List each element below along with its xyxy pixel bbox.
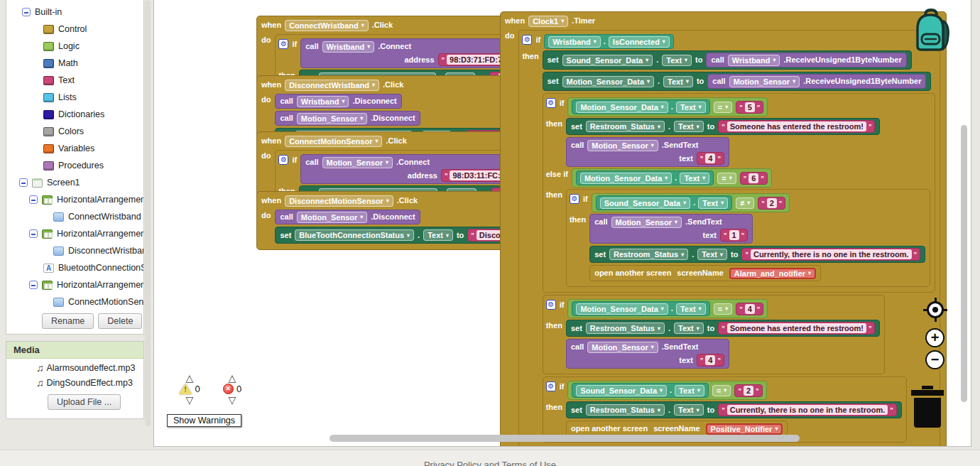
palette-item-lists[interactable]: Lists xyxy=(6,89,143,106)
component-dropdown[interactable]: Motion_Sensor xyxy=(587,342,658,353)
call-disconnect-block[interactable]: call Wristband .Disconnect xyxy=(275,94,401,109)
operator-dropdown[interactable]: = xyxy=(712,385,731,396)
screen-dropdown[interactable]: Alarm_and_notifier xyxy=(729,268,816,279)
text-string-block[interactable]: 4 xyxy=(697,354,724,367)
comparison-block[interactable]: Motion_Sensor_Data . Text = 5 xyxy=(567,97,768,116)
tree-item-disconnectwristband[interactable]: DisconnectWristband xyxy=(6,242,143,259)
property-getter-block[interactable]: Sound_Sensor_Data . Text xyxy=(572,383,709,398)
if-block[interactable]: if Motion_Sensor_Data . Text = 4 xyxy=(543,295,886,374)
mutator-gear-icon[interactable] xyxy=(278,155,288,165)
set-property-block[interactable]: set Restroom_Status . Text to Currently,… xyxy=(589,246,925,263)
center-blocks-icon[interactable] xyxy=(927,301,944,318)
property-dropdown[interactable]: Text xyxy=(674,121,704,132)
component-dropdown[interactable]: Sound_Sensor_Data xyxy=(600,197,691,209)
rename-button[interactable]: Rename xyxy=(42,313,94,329)
if-else-block[interactable]: if Motion_Sensor_Data . Text = 5 xyxy=(543,93,935,293)
collapse-up-icon[interactable]: △ xyxy=(229,374,236,382)
component-dropdown[interactable]: Motion_Sensor xyxy=(587,140,658,151)
collapse-icon[interactable] xyxy=(29,281,38,289)
property-dropdown[interactable]: Text xyxy=(423,229,453,241)
component-dropdown[interactable]: Clock1 xyxy=(528,16,568,27)
property-getter-block[interactable]: Sound_Sensor_Data . Text xyxy=(596,195,733,210)
collapse-icon[interactable] xyxy=(19,178,28,187)
collapse-icon[interactable] xyxy=(22,8,31,16)
upload-file-button[interactable]: Upload File ... xyxy=(48,394,121,410)
comparison-block[interactable]: Sound_Sensor_Data . Text ≠ 2 xyxy=(592,193,790,212)
text-string-block[interactable]: Someone has entered the restroom! xyxy=(718,322,875,335)
tree-item-bluetoothconnectionstatus[interactable]: BluetoothConnectionStatus xyxy=(6,259,143,276)
component-dropdown[interactable]: Motion_Sensor xyxy=(729,76,800,87)
property-getter-block[interactable]: Motion_Sensor_Data . Text xyxy=(572,301,709,316)
expand-down-icon[interactable]: ▽ xyxy=(229,396,236,404)
text-string-block[interactable]: Currently, there is no one in the restro… xyxy=(718,403,897,416)
component-dropdown[interactable]: Motion_Sensor_Data xyxy=(580,173,672,184)
collapse-up-icon[interactable]: △ xyxy=(186,374,194,382)
trash-icon[interactable] xyxy=(910,386,945,428)
palette-item-control[interactable]: Control xyxy=(6,21,143,38)
text-string-block[interactable]: 6 xyxy=(740,172,768,185)
comparison-block[interactable]: Sound_Sensor_Data . Text = 2 xyxy=(567,381,766,400)
call-disconnect-block[interactable]: call Motion_Sensor .Disconnect xyxy=(275,111,420,126)
builtin-root[interactable]: Built-in xyxy=(6,4,143,21)
palette-item-variables[interactable]: Variables xyxy=(6,140,143,157)
property-getter-block[interactable]: Motion_Sensor_Data . Text xyxy=(572,99,709,114)
tree-item-connectmotionsensor[interactable]: ConnectMotionSensor xyxy=(6,293,143,310)
expand-down-icon[interactable]: ▽ xyxy=(186,396,194,404)
mutator-gear-icon[interactable] xyxy=(546,300,556,310)
component-dropdown[interactable]: Wristband xyxy=(548,36,601,48)
open-screen-block[interactable]: open another screen screenName Alarm_and… xyxy=(589,265,821,281)
tree-item-horizontalarrangement3[interactable]: HorizontalArrangement3 xyxy=(6,276,143,293)
text-string-block[interactable]: 2 xyxy=(758,197,785,210)
property-dropdown[interactable]: Text xyxy=(676,303,706,315)
if-block[interactable]: if Sound_Sensor_Data . Text xyxy=(566,189,930,287)
delete-button[interactable]: Delete xyxy=(98,313,142,329)
component-dropdown[interactable]: Motion_Sensor xyxy=(611,217,682,228)
collapse-icon[interactable] xyxy=(29,195,38,204)
palette-item-logic[interactable]: Logic xyxy=(6,38,143,55)
operator-dropdown[interactable]: = xyxy=(714,102,732,113)
property-dropdown[interactable]: Text xyxy=(663,76,693,87)
property-getter-block[interactable]: Wristband . IsConnected xyxy=(544,34,674,49)
component-dropdown[interactable]: Restroom_Status xyxy=(609,249,688,260)
call-sendtext-block[interactable]: call Motion_Sensor .SendText text 4 xyxy=(566,339,729,369)
text-string-block[interactable]: 1 xyxy=(720,229,748,242)
component-dropdown[interactable]: Restroom_Status xyxy=(586,323,665,334)
component-dropdown[interactable]: ConnectMotionSensor xyxy=(285,136,382,147)
tree-item-horizontalarrangement1[interactable]: HorizontalArrangement1 xyxy=(6,225,143,242)
component-dropdown[interactable]: Motion_Sensor_Data xyxy=(562,76,654,87)
component-dropdown[interactable]: Motion_Sensor xyxy=(322,157,393,168)
call-receive-block[interactable]: call Wristband .ReceiveUnsigned1ByteNumb… xyxy=(706,53,906,67)
operator-dropdown[interactable]: ≠ xyxy=(736,197,754,209)
comparison-block[interactable]: Motion_Sensor_Data . Text = 4 xyxy=(567,299,768,318)
component-dropdown[interactable]: Motion_Sensor xyxy=(297,212,367,223)
if-block[interactable]: if Sound_Sensor_Data . Text = 2 xyxy=(543,376,907,443)
collapse-icon[interactable] xyxy=(29,229,38,238)
property-dropdown[interactable]: Text xyxy=(680,173,709,184)
property-dropdown[interactable]: Text xyxy=(674,404,704,416)
set-property-block[interactable]: set Restroom_Status . Text to Someone ha… xyxy=(566,320,881,337)
palette-item-procedures[interactable]: Procedures xyxy=(6,157,143,174)
block-when-clock1-timer[interactable]: when Clock1 .Timer do if Wristband . IsC… xyxy=(500,11,947,447)
property-getter-block[interactable]: Motion_Sensor_Data . Text xyxy=(576,170,714,185)
component-dropdown[interactable]: Motion_Sensor xyxy=(297,113,367,124)
set-property-block[interactable]: set Motion_Sensor_Data . Text to call Mo… xyxy=(543,72,932,91)
component-dropdown[interactable]: Motion_Sensor_Data xyxy=(576,303,668,315)
property-dropdown[interactable]: Text xyxy=(662,55,692,66)
palette-item-math[interactable]: Math xyxy=(6,55,143,72)
component-dropdown[interactable]: Sound_Sensor_Data xyxy=(562,55,653,66)
component-dropdown[interactable]: Restroom_Status xyxy=(586,404,665,416)
operator-dropdown[interactable]: = xyxy=(717,173,736,184)
palette-item-colors[interactable]: Colors xyxy=(6,123,143,140)
text-string-block[interactable]: 5 xyxy=(736,101,763,114)
mutator-gear-icon[interactable] xyxy=(546,381,556,391)
text-string-block[interactable]: Currently, there is no one in the restro… xyxy=(741,248,920,261)
if-block[interactable]: if Wristband . IsConnected then set S xyxy=(518,30,940,447)
media-file-ding[interactable]: DingSoundEffect.mp3 xyxy=(6,374,143,389)
operator-dropdown[interactable]: = xyxy=(714,303,732,315)
property-dropdown[interactable]: Text xyxy=(676,102,706,113)
set-property-block[interactable]: set Restroom_Status . Text to Currently,… xyxy=(566,401,902,418)
call-sendtext-block[interactable]: call Motion_Sensor .SendText text xyxy=(589,214,753,244)
property-dropdown[interactable]: Text xyxy=(675,385,704,396)
property-dropdown[interactable]: IsConnected xyxy=(609,36,670,48)
property-dropdown[interactable]: Text xyxy=(674,323,704,334)
